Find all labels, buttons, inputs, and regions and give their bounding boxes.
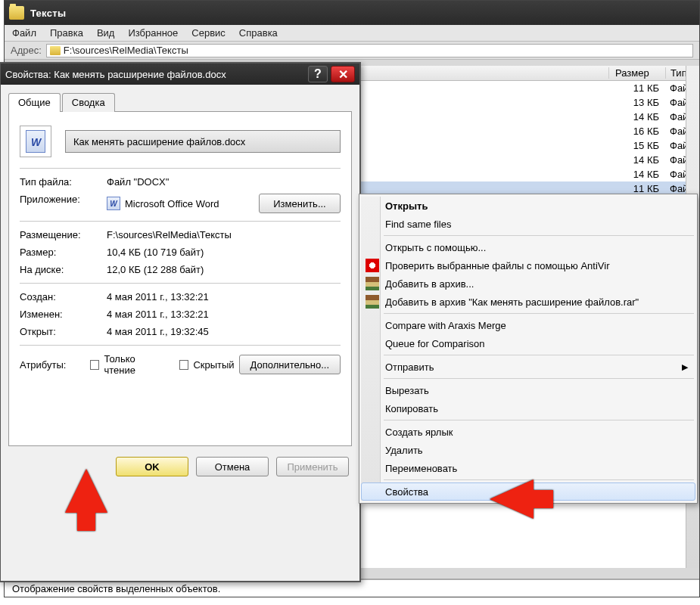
rar-icon [366, 277, 379, 290]
address-bar: Адрес: F:\sources\RelMedia\Тексты [5, 42, 699, 60]
value-modified: 4 мая 2011 г., 13:32:21 [107, 309, 341, 320]
ctx-addarchive[interactable]: Добавить в архив... [361, 275, 695, 293]
value-opened: 4 мая 2011 г., 19:32:45 [107, 326, 341, 337]
menu-view[interactable]: Вид [97, 27, 115, 39]
ctx-openwith[interactable]: Открыть с помощью... [361, 238, 695, 256]
apply-button[interactable]: Применить [276, 457, 349, 476]
label-readonly: Только чтение [104, 353, 168, 376]
dialog-title: Свойства: Как менять расширение файлов.d… [5, 69, 308, 80]
word-icon: W [107, 197, 120, 210]
change-button[interactable]: Изменить... [259, 194, 341, 213]
checkbox-readonly[interactable] [90, 360, 100, 370]
status-text: Отображение свойств выделенных объектов. [12, 583, 220, 594]
address-input[interactable]: F:\sources\RelMedia\Тексты [46, 44, 693, 57]
annotation-arrow-up [65, 469, 107, 513]
tab-general[interactable]: Общие [8, 93, 61, 112]
ctx-rename[interactable]: Переименовать [361, 459, 695, 477]
ctx-queue[interactable]: Queue for Comparison [361, 334, 695, 352]
window-title: Тексты [30, 8, 66, 19]
label-attributes: Атрибуты: [20, 359, 86, 371]
ctx-send[interactable]: Отправить▶ [361, 358, 695, 376]
ctx-shortcut[interactable]: Создать ярлык [361, 423, 695, 441]
dialog-titlebar[interactable]: Свойства: Как менять расширение файлов.d… [1, 64, 359, 85]
tab-summary[interactable]: Сводка [62, 93, 115, 112]
dialog-actions: OK Отмена Применить [1, 446, 359, 484]
label-filetype: Тип файла: [20, 176, 107, 188]
ctx-araxis[interactable]: Compare with Araxis Merge [361, 316, 695, 334]
folder-icon [9, 6, 24, 20]
label-opened: Открыт: [20, 326, 107, 337]
filename-input[interactable]: Как менять расширение файлов.docx [65, 130, 341, 153]
label-ondisk: На диске: [20, 264, 107, 275]
menu-file[interactable]: Файл [12, 27, 36, 39]
docx-icon [20, 126, 51, 157]
value-size: 10,4 КБ (10 719 байт) [107, 247, 341, 258]
ctx-findsame[interactable]: Find same files [361, 215, 695, 233]
advanced-button[interactable]: Дополнительно... [239, 355, 341, 374]
address-path: F:\sources\RelMedia\Тексты [64, 45, 188, 56]
label-hidden: Скрытый [193, 359, 234, 371]
ctx-copy[interactable]: Копировать [361, 399, 695, 417]
tab-panel-general: Как менять расширение файлов.docx Тип фа… [8, 111, 352, 446]
ctx-addrar[interactable]: Добавить в архив "Как менять расширение … [361, 293, 695, 311]
rar-icon [366, 295, 379, 309]
ctx-cut[interactable]: Вырезать [361, 381, 695, 399]
value-ondisk: 12,0 КБ (12 288 байт) [107, 264, 341, 275]
menu-help[interactable]: Справка [239, 27, 278, 39]
ctx-antivir[interactable]: Проверить выбранные файлы с помощью Anti… [361, 256, 695, 275]
label-location: Размещение: [20, 229, 107, 240]
titlebar[interactable]: Тексты [5, 1, 699, 25]
menu-tools[interactable]: Сервис [191, 27, 226, 39]
value-created: 4 мая 2011 г., 13:32:21 [107, 291, 341, 302]
close-button[interactable]: ✕ [331, 66, 355, 82]
context-menu: Открыть Find same files Открыть с помощь… [359, 194, 698, 504]
chevron-right-icon: ▶ [682, 362, 688, 372]
menu-favorites[interactable]: Избранное [128, 27, 178, 39]
folder-icon [50, 46, 61, 55]
ok-button[interactable]: OK [116, 457, 188, 476]
value-app: Microsoft Office Word [125, 198, 219, 209]
annotation-arrow-left [490, 479, 534, 519]
col-size[interactable]: Размер [608, 67, 665, 79]
filename-text: Как менять расширение файлов.docx [73, 136, 245, 147]
cancel-button[interactable]: Отмена [196, 457, 269, 476]
tab-row: Общие Сводка [8, 92, 352, 111]
ctx-delete[interactable]: Удалить [361, 441, 695, 459]
checkbox-hidden[interactable] [179, 360, 189, 370]
menubar: Файл Правка Вид Избранное Сервис Справка [5, 25, 699, 42]
ctx-open[interactable]: Открыть [361, 197, 695, 215]
value-location: F:\sources\RelMedia\Тексты [107, 229, 341, 240]
address-label: Адрес: [11, 45, 42, 56]
label-modified: Изменен: [20, 309, 107, 320]
label-created: Создан: [20, 291, 107, 302]
antivir-icon [366, 259, 379, 272]
value-filetype: Файл "DOCX" [107, 176, 341, 188]
help-button[interactable]: ? [308, 66, 328, 82]
properties-dialog: Свойства: Как менять расширение файлов.d… [0, 62, 361, 582]
label-size: Размер: [20, 247, 107, 258]
label-app: Приложение: [20, 194, 107, 213]
menu-edit[interactable]: Правка [50, 27, 83, 39]
